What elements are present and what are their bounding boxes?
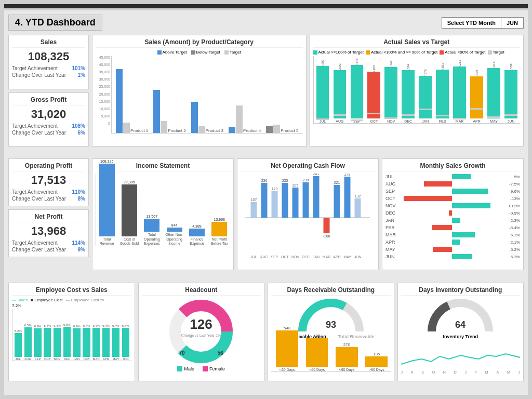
aging-val-3: 135	[373, 352, 380, 356]
growth-item-FEB: FEB-5.4%	[385, 224, 520, 231]
income-col-4: 4,389Finance Expense	[187, 224, 206, 246]
growth-item-AUG: AUG-7.5%	[385, 181, 520, 187]
growth-item-SEP: SEP9.6%	[385, 188, 520, 194]
net-profit-card: Net Profit 13,968 Target Achievement 114…	[8, 209, 89, 257]
gross-profit-target-row: Target Achievement 108%	[12, 123, 85, 129]
select-ytd-button[interactable]: Select YTD Month	[442, 17, 501, 29]
emp-sales-bar-SEP	[34, 328, 41, 357]
male-legend-label: Male	[184, 366, 194, 371]
cf-month-AUG: AUG	[260, 255, 268, 259]
income-bar-3	[167, 228, 182, 232]
avt-month-MAR: MAR	[456, 119, 464, 123]
growth-val-MAR: 6.1%	[506, 233, 520, 237]
growth-neg-bar-AUG	[424, 181, 452, 187]
product2-target-bar	[161, 121, 167, 133]
emp-pct-legend: — Employee Cost %	[66, 298, 104, 302]
income-bars: 108,325Total Revenue77,305Cost of Goods …	[96, 174, 230, 246]
emp-col-DEC: 6.6%DEC	[62, 323, 72, 361]
growth-bar-container-FEB	[400, 224, 504, 231]
aging-label-1: <60 Days	[309, 368, 325, 371]
growth-neg-bar-FEB	[432, 225, 452, 230]
cf-bar-JAN	[313, 176, 320, 218]
cf-bar-NOV	[292, 188, 299, 218]
income-label-4: Finance Expense	[187, 237, 206, 246]
income-bar-4	[189, 229, 205, 236]
avt-month-JAN: JAN	[422, 119, 429, 123]
male-legend-color	[177, 366, 182, 371]
inv-months: JASONDJFMAMJ	[401, 370, 521, 374]
inventory-trend-line	[401, 354, 521, 364]
cf-bar-MAY	[344, 177, 351, 218]
emp-sales-bar-JAN	[73, 328, 81, 357]
receivable-title: Days Receivable Outstanding	[271, 286, 391, 296]
avt-bar-JAN	[419, 76, 432, 118]
growth-bar-container-APR	[400, 239, 504, 245]
header-row: 4. YTD Dashboard Select YTD Month JUN	[8, 15, 524, 31]
avt-month-JUN: JUN	[508, 119, 515, 123]
employee-cost-title: Employee Cost vs Sales	[12, 286, 131, 296]
sales-change-row: Change Over Last Year 1%	[12, 72, 85, 78]
product2-bars: Product 2	[153, 90, 185, 133]
legend-below90-color	[440, 50, 444, 55]
income-bar-1	[122, 184, 137, 236]
income-label-0: Total Revenue	[97, 237, 116, 246]
sales-card: Sales 108,325 Target Achievement 101% Ch…	[8, 35, 89, 89]
avt-legend: Actual >=100% of Target Actual <100% and…	[313, 50, 521, 55]
legend-target-avt-label: Target	[493, 50, 504, 55]
growth-item-APR: APR2.1%	[385, 239, 520, 245]
legend-below90-label: Actual <90% of Target	[445, 50, 485, 55]
growth-pos-bar-APR	[452, 240, 460, 245]
avt-bar-MAR	[453, 66, 466, 118]
cf-month-MAR: MAR	[323, 255, 331, 259]
gross-profit-card: Gross Profit 31,020 Target Achievement 1…	[8, 92, 89, 147]
growth-val-SEP: 9.6%	[506, 189, 520, 194]
growth-item-MAY: MAY-5.2%	[385, 246, 520, 252]
legend-below: Below Target	[191, 50, 220, 55]
inv-gauge-value: 64	[455, 320, 466, 330]
aging-col-3: 135>90 Days	[363, 352, 390, 371]
cf-bar-JUL	[251, 202, 257, 218]
gross-profit-change-label: Change Over Last Year	[12, 130, 66, 136]
growth-val-DEC: -0.9%	[506, 211, 520, 216]
growth-bar-container-OCT	[400, 195, 504, 202]
legend-actual90: Actual <100% and >= 90% of Target	[366, 50, 437, 55]
avt-bar-APR	[470, 76, 483, 118]
growth-month-OCT: OCT	[385, 196, 398, 201]
income-val-5: 13,968	[214, 218, 225, 221]
legend-target: Target	[224, 50, 241, 55]
income-col-2: 13,507Total Operating Expenses	[142, 215, 162, 246]
avt-col-JAN: 7,578JAN	[417, 72, 433, 123]
growth-item-JUN: JUN5.3%	[385, 254, 520, 260]
emp-month-JAN: JAN	[74, 357, 79, 361]
avt-month-APR: APR	[473, 119, 480, 123]
legend-target-avt: Target	[488, 50, 504, 55]
receivable-gauge-svg: 0 180 93	[297, 298, 365, 334]
emp-sales-bar-MAR	[92, 328, 100, 357]
gross-profit-title: Gross Profit	[12, 96, 85, 105]
avt-month-DEC: DEC	[404, 119, 412, 123]
legend-actual100-label: Actual >=100% of Target	[318, 50, 364, 55]
income-val-1: 77,305	[124, 180, 135, 184]
operating-profit-title: Operating Profit	[12, 162, 85, 171]
np-target-value: 114%	[72, 240, 85, 246]
np-change-row: Change Over Last Year 9%	[12, 247, 85, 252]
income-bar-5	[211, 222, 227, 236]
income-col-0: 108,325Total Revenue	[97, 159, 116, 246]
avt-chart-area: 9,297JUL8,600AUG9,479SEP8,320OCT9,147NOV…	[313, 56, 521, 124]
growth-pos-bar-JUL	[452, 174, 471, 179]
headcount-card: Headcount 126 Change vs Last Year 1% 70 …	[138, 283, 265, 381]
emp-legend: — Sales ■ Employee Cost — Employee Cost …	[12, 298, 131, 302]
legend-above-label: Above Target	[163, 50, 187, 55]
sales-by-product-title: Sales (Amount) by Product/Category	[96, 38, 303, 48]
sales-by-product-card: Sales (Amount) by Product/Category Above…	[92, 35, 307, 147]
headcount-donut-svg: 126 Change vs Last Year 1% 70 56	[167, 298, 235, 365]
ytd-month-value: JUN	[501, 17, 524, 29]
aging-col-2: 270<90 Days	[333, 342, 361, 371]
donut-wrapper: 126 Change vs Last Year 1% 70 56	[142, 298, 261, 365]
aging-val-2: 270	[343, 342, 350, 347]
growth-bar-container-JUL	[400, 174, 504, 180]
female-legend: Female	[203, 366, 225, 371]
male-count: 70	[179, 350, 185, 356]
dashboard-inner: 4. YTD Dashboard Select YTD Month JUN Sa…	[4, 10, 528, 395]
emp-col-JUN: 6.4%JUN	[121, 324, 130, 361]
